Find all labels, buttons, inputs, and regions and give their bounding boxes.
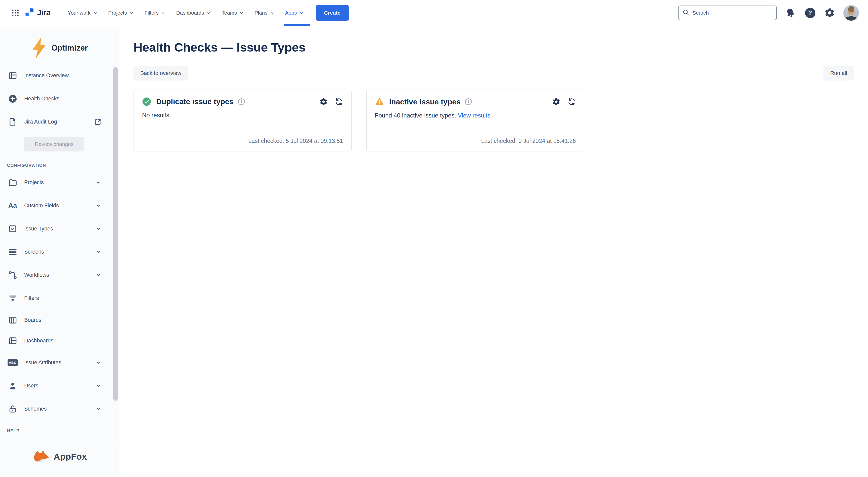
text-Aa-icon: Aa: [7, 202, 18, 209]
card-title: Inactive issue types: [389, 98, 460, 106]
create-button[interactable]: Create: [316, 5, 349, 21]
appfox-logo: AppFox: [0, 449, 119, 464]
sidebar-item-filters[interactable]: Filters: [0, 286, 119, 310]
app-name: Optimizer: [51, 43, 88, 53]
chevron-down-icon: [239, 10, 244, 15]
sidebar-item-projects[interactable]: Projects: [0, 171, 119, 194]
page-title: Health Checks — Issue Types: [133, 40, 854, 54]
chevron-down-icon: [95, 406, 102, 412]
fox-icon: [32, 449, 50, 464]
last-checked-text: Last checked: 5 Jul 2024 at 09:13:51: [248, 138, 343, 144]
chevron-down-icon: [95, 202, 102, 209]
chevron-down-icon: [93, 10, 98, 15]
back-to-overview-button[interactable]: Back to overview: [133, 66, 188, 80]
chevron-down-icon: [95, 272, 102, 278]
sidebar-item-health-checks[interactable]: Health Checks: [0, 87, 119, 110]
sidebar-item-jira-audit-log[interactable]: Jira Audit Log: [0, 110, 119, 133]
nav-item-your-work[interactable]: Your work: [62, 0, 103, 26]
user-avatar[interactable]: [843, 5, 859, 21]
nav-item-filters[interactable]: Filters: [139, 0, 171, 26]
nav-item-projects[interactable]: Projects: [103, 0, 139, 26]
help-icon[interactable]: ?: [804, 7, 816, 19]
success-check-icon: [142, 97, 151, 106]
search-box[interactable]: [678, 5, 777, 20]
main-content: Health Checks — Issue Types Back to over…: [120, 27, 868, 477]
configuration-section-header: CONFIGURATION: [0, 155, 119, 171]
card-refresh-icon[interactable]: [567, 98, 576, 106]
app-switcher-icon[interactable]: [9, 6, 22, 19]
unlock-icon: [7, 404, 18, 414]
folder-icon: [7, 178, 18, 187]
card-result-text: No results.: [142, 112, 343, 119]
chevron-down-icon: [95, 382, 102, 389]
card-title: Duplicate issue types: [156, 97, 234, 106]
panel-layout-icon: [7, 336, 18, 345]
sidebar-item-dashboards[interactable]: Dashboards: [0, 330, 119, 351]
last-checked-text: Last checked: 9 Jul 2024 at 15:41:26: [481, 138, 576, 144]
warning-triangle-icon: [375, 97, 384, 106]
sidebar-item-boards[interactable]: Boards: [0, 310, 119, 330]
optimizer-logo: Optimizer: [0, 37, 119, 59]
sidebar-item-schemes[interactable]: Schemes: [0, 397, 119, 420]
jira-logo[interactable]: Jira: [25, 7, 51, 18]
lightning-bolt-icon: [31, 37, 47, 59]
review-changes-row: Review changes: [0, 133, 119, 155]
sidebar-item-screens[interactable]: Screens: [0, 240, 119, 263]
nav-item-teams[interactable]: Teams: [216, 0, 249, 26]
health-check-cards: Duplicate issue types: [133, 90, 854, 151]
nav-item-dashboards[interactable]: Dashboards: [171, 0, 216, 26]
plus-circle-icon: [7, 94, 18, 103]
card-refresh-icon[interactable]: [335, 98, 343, 106]
info-icon[interactable]: [464, 98, 472, 106]
health-check-card-duplicate-issue-types: Duplicate issue types: [133, 90, 352, 151]
view-results-link[interactable]: View results: [458, 112, 490, 119]
jira-logo-icon: [25, 7, 34, 18]
chevron-down-icon: [95, 179, 102, 186]
top-navbar: Jira Your work Projects Filters Dashboar…: [0, 0, 868, 26]
chevron-down-icon: [161, 10, 165, 15]
nav-item-plans[interactable]: Plans: [249, 0, 280, 26]
primary-nav-menu: Your work Projects Filters Dashboards Te…: [62, 0, 309, 26]
chevron-down-icon: [129, 10, 134, 15]
person-icon: [7, 381, 18, 390]
info-icon[interactable]: [238, 98, 245, 106]
chevron-down-icon: [206, 10, 211, 15]
appfox-wordmark: AppFox: [54, 452, 87, 462]
sidebar-item-issue-attributes[interactable]: ABC Issue Attributes: [0, 351, 119, 374]
result-text-prefix: Found 40 inactive issue types.: [375, 112, 458, 119]
chevron-down-icon: [299, 10, 304, 15]
run-all-button[interactable]: Run all: [824, 66, 854, 80]
card-settings-gear-icon[interactable]: [319, 98, 328, 106]
result-text-suffix: .: [490, 112, 492, 119]
chevron-down-icon: [95, 359, 102, 366]
review-changes-button[interactable]: Review changes: [24, 137, 84, 151]
document-icon: [7, 117, 18, 127]
chevron-down-icon: [95, 248, 102, 255]
panel-layout-icon: [7, 71, 18, 80]
sidebar-item-custom-fields[interactable]: Aa Custom Fields: [0, 194, 119, 217]
sidebar-item-issue-types[interactable]: Issue Types: [0, 217, 119, 240]
settings-gear-icon[interactable]: [824, 7, 836, 19]
board-columns-icon: [7, 315, 18, 325]
health-check-card-inactive-issue-types: Inactive issue types: [366, 90, 584, 151]
external-link-icon: [94, 118, 102, 126]
card-settings-gear-icon[interactable]: [552, 98, 560, 106]
workflow-icon: [7, 270, 18, 280]
search-icon: [682, 9, 689, 17]
navbar-right-cluster: ?: [678, 5, 859, 21]
notifications-bell-icon[interactable]: [784, 7, 797, 19]
search-input[interactable]: [692, 10, 773, 16]
sidebar-item-users[interactable]: Users: [0, 374, 119, 397]
sidebar-item-workflows[interactable]: Workflows: [0, 263, 119, 286]
sidebar-divider: [0, 442, 119, 442]
sidebar-item-instance-overview[interactable]: Instance Overview: [0, 64, 119, 87]
filter-lines-icon: [7, 294, 18, 303]
nav-item-apps[interactable]: Apps: [280, 0, 309, 26]
chevron-down-icon: [95, 226, 102, 232]
card-result-text: Found 40 inactive issue types. View resu…: [375, 112, 576, 119]
help-section-header: HELP: [0, 420, 119, 436]
sidebar-scrollbar[interactable]: [113, 67, 118, 401]
optimizer-sidebar: Optimizer Instance Overview Health Check…: [0, 27, 119, 477]
checkbox-icon: [7, 224, 18, 234]
chevron-down-icon: [270, 10, 275, 15]
